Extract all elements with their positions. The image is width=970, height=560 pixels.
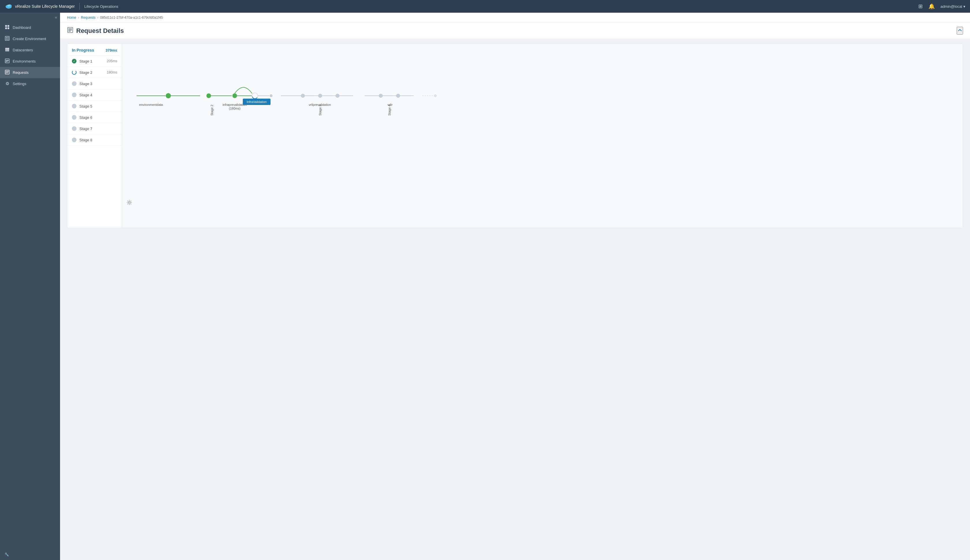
- sidebar-item-create-environment[interactable]: Create Environment: [0, 33, 60, 44]
- bell-icon[interactable]: 🔔: [928, 3, 935, 10]
- app-logo: vRealize Suite Lifecycle Manager: [5, 2, 75, 10]
- svg-rect-27: [69, 28, 72, 29]
- stage-1-indicator: ✓: [72, 59, 77, 63]
- svg-point-42: [269, 94, 273, 97]
- svg-text:environmentdata: environmentdata: [139, 103, 163, 107]
- nav-divider: [79, 3, 80, 10]
- svg-rect-19: [6, 60, 8, 60]
- svg-rect-24: [6, 72, 8, 72]
- stage-4-indicator: [72, 93, 77, 97]
- breadcrumb: Home › Requests › 085d11c1-27bf-470a-a1c…: [60, 13, 970, 23]
- svg-text:vrliprevalidation: vrliprevalidation: [309, 103, 331, 107]
- svg-rect-12: [8, 38, 8, 40]
- sidebar-toggle[interactable]: «: [0, 13, 60, 22]
- stage-total-time: 379ms: [105, 48, 117, 52]
- stage-2-indicator: [72, 70, 77, 75]
- svg-point-58: [379, 94, 383, 98]
- breadcrumb-sep1: ›: [78, 15, 79, 20]
- stage-list-item-8[interactable]: Stage 8: [67, 134, 122, 146]
- breadcrumb-current: 085d11c1-27bf-470a-a1c1-679cfd0a1f45: [100, 15, 163, 20]
- diagram-scroll[interactable]: environmentdata Stage 2: [122, 44, 963, 228]
- grid-icon[interactable]: ⊞: [918, 3, 923, 10]
- stage-7-indicator: [72, 126, 77, 131]
- datacenter-icon: [5, 47, 10, 53]
- stage-2-time: 180ms: [107, 70, 117, 74]
- dashboard-icon: [5, 25, 10, 30]
- svg-point-16: [8, 48, 8, 49]
- layout: « Dashboard Create Environment Datacente…: [0, 13, 970, 560]
- svg-rect-4: [5, 25, 7, 27]
- sidebar-footer-icon: 🔧: [5, 553, 9, 557]
- stage-3-name: Stage 3: [79, 82, 117, 86]
- stage-list-item-1[interactable]: ✓ Stage 1 205ms: [67, 56, 122, 67]
- svg-text:(180ms): (180ms): [229, 107, 241, 110]
- stage-3-indicator: [72, 81, 77, 86]
- svg-point-64: [434, 94, 437, 97]
- stage-list-panel: In Progress 379ms ✓ Stage 1 205ms Stage …: [67, 44, 122, 228]
- svg-point-31: [166, 93, 171, 98]
- sidebar-label-settings: Settings: [13, 82, 26, 86]
- sidebar-label-environments: Environments: [13, 59, 35, 63]
- diagram-settings-button[interactable]: [127, 200, 132, 207]
- svg-point-51: [318, 94, 322, 98]
- stage-1-name: Stage 1: [79, 59, 104, 63]
- svg-point-37: [232, 93, 237, 98]
- collapse-button[interactable]: [957, 27, 963, 35]
- svg-point-17: [8, 50, 8, 50]
- stage-8-name: Stage 8: [79, 138, 117, 142]
- sidebar: « Dashboard Create Environment Datacente…: [0, 13, 60, 560]
- svg-rect-25: [6, 73, 8, 73]
- svg-rect-7: [8, 27, 9, 29]
- diagram-panel: environmentdata Stage 2: [122, 44, 963, 228]
- stage-list-item-5[interactable]: Stage 5: [67, 101, 122, 112]
- svg-point-3: [7, 5, 10, 7]
- top-nav: vRealize Suite Lifecycle Manager Lifecyc…: [0, 0, 970, 13]
- user-menu[interactable]: admin@local ▾: [941, 4, 965, 8]
- sidebar-item-settings[interactable]: ⚙ Settings: [0, 78, 60, 89]
- stage-list-item-7[interactable]: Stage 7: [67, 123, 122, 134]
- sidebar-label-create-env: Create Environment: [13, 37, 46, 41]
- svg-rect-23: [6, 71, 8, 72]
- sidebar-label-dashboard: Dashboard: [13, 25, 31, 30]
- sidebar-item-datacenters[interactable]: Datacenters: [0, 44, 60, 56]
- stage-list-header: In Progress 379ms: [67, 44, 122, 55]
- stage-list-item-6[interactable]: Stage 6: [67, 112, 122, 123]
- sidebar-footer[interactable]: 🔧: [0, 549, 60, 560]
- svg-point-65: [129, 202, 130, 203]
- sidebar-label-requests: Requests: [13, 70, 28, 75]
- svg-rect-10: [8, 37, 8, 38]
- stage-5-indicator: [72, 104, 77, 108]
- content-card: In Progress 379ms ✓ Stage 1 205ms Stage …: [67, 43, 963, 228]
- stage-6-name: Stage 6: [79, 115, 117, 120]
- breadcrumb-sep2: ›: [97, 15, 99, 20]
- page-title: Request Details: [67, 27, 124, 35]
- create-env-icon: [5, 36, 10, 42]
- stage-5-name: Stage 5: [79, 104, 117, 108]
- stage-list-item-3[interactable]: Stage 3: [67, 78, 122, 89]
- svg-rect-28: [69, 30, 72, 30]
- svg-point-35: [206, 93, 211, 98]
- breadcrumb-requests[interactable]: Requests: [81, 15, 95, 20]
- stage-2-name: Stage 2: [79, 70, 104, 75]
- stage-list-item-4[interactable]: Stage 4: [67, 89, 122, 101]
- sidebar-label-datacenters: Datacenters: [13, 48, 33, 52]
- page-title-icon: [67, 27, 73, 35]
- sidebar-item-dashboard[interactable]: Dashboard: [0, 22, 60, 33]
- svg-text:Stage 2: Stage 2: [210, 105, 214, 116]
- stage-1-time: 205ms: [107, 59, 117, 63]
- breadcrumb-home[interactable]: Home: [67, 15, 76, 20]
- stage-4-name: Stage 4: [79, 93, 117, 97]
- stage-list-item-2[interactable]: Stage 2 180ms: [67, 67, 122, 78]
- svg-text:vrlir: vrlir: [387, 103, 393, 107]
- svg-rect-9: [6, 37, 7, 38]
- svg-point-60: [396, 94, 400, 98]
- stage-7-name: Stage 7: [79, 127, 117, 131]
- sidebar-item-requests[interactable]: Requests: [0, 67, 60, 78]
- svg-rect-15: [5, 51, 9, 51]
- stage-6-indicator: [72, 115, 77, 120]
- environments-icon: [5, 58, 10, 64]
- main-content: Home › Requests › 085d11c1-27bf-470a-a1c…: [60, 13, 970, 560]
- page-title-text: Request Details: [76, 27, 124, 35]
- svg-rect-8: [5, 36, 9, 40]
- sidebar-item-environments[interactable]: Environments: [0, 56, 60, 67]
